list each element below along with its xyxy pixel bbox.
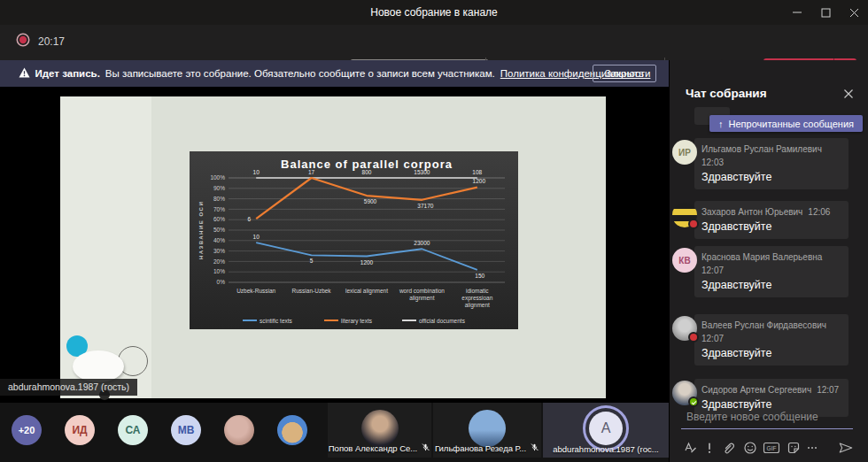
avatar bbox=[361, 410, 399, 447]
svg-text:37170: 37170 bbox=[417, 203, 433, 209]
svg-text:word combination: word combination bbox=[399, 288, 445, 294]
status-badge bbox=[688, 219, 699, 229]
sender-name: Краснова Мария Валерьевна bbox=[701, 250, 822, 264]
chat-message: ИР Ильгамов Руслан Рамилевич12:03 Здравс… bbox=[670, 138, 868, 189]
mic-muted-icon bbox=[530, 443, 539, 454]
svg-text:6: 6 bbox=[248, 216, 252, 222]
tile-participant-name: Гильфанова Резеда Р... bbox=[435, 443, 526, 453]
unread-messages-button[interactable]: ↑ Непрочитанные сообщения bbox=[709, 115, 863, 132]
avatar bbox=[672, 316, 697, 341]
video-tile-abdurahmonova-active-speaker[interactable]: A abdurahmonova.1987 (гос... bbox=[543, 403, 669, 458]
message-time: 12:07 bbox=[701, 332, 724, 345]
svg-text:alignment: alignment bbox=[409, 295, 434, 302]
banner-bold-text: Идет запись. bbox=[35, 68, 100, 79]
bottom-participants-strip: +20 ИД СА МВ Попов Александр Се... Гильф… bbox=[0, 403, 669, 462]
sender-name: Захаров Антон Юрьевич bbox=[701, 205, 802, 219]
svg-text:10: 10 bbox=[253, 169, 260, 175]
recording-indicator-icon bbox=[16, 33, 30, 50]
svg-text:expressioan: expressioan bbox=[461, 295, 492, 302]
message-time: 12:07 bbox=[701, 264, 724, 277]
svg-text:17: 17 bbox=[308, 169, 315, 175]
svg-text:108: 108 bbox=[472, 169, 482, 175]
importance-button[interactable] bbox=[701, 439, 718, 457]
unread-messages-label: Непрочитанные сообщения bbox=[729, 119, 855, 129]
meeting-chat-panel: Чат собрания ↑ Непрочитанные сообщения И… bbox=[669, 60, 868, 462]
svg-text:150: 150 bbox=[475, 273, 484, 279]
video-tile-popov[interactable]: Попов Александр Се... bbox=[328, 403, 431, 458]
chat-header-title: Чат собрания bbox=[686, 87, 767, 100]
tile-participant-name: Попов Александр Се... bbox=[329, 443, 417, 453]
overflow-participants-avatar[interactable]: +20 bbox=[12, 415, 42, 445]
svg-text:10%: 10% bbox=[213, 268, 225, 274]
message-time: 12:07 bbox=[817, 383, 839, 397]
svg-text:5: 5 bbox=[310, 258, 314, 264]
new-message-input[interactable] bbox=[681, 407, 853, 428]
format-button[interactable] bbox=[681, 439, 699, 457]
meeting-timer: 20:17 bbox=[38, 35, 65, 48]
avatar bbox=[672, 203, 697, 227]
svg-text:15300: 15300 bbox=[414, 169, 430, 175]
participant-avatar-ca[interactable]: СА bbox=[118, 415, 148, 445]
svg-text:scintific texts: scintific texts bbox=[260, 318, 293, 324]
participant-avatar-photo-1[interactable] bbox=[224, 415, 254, 445]
avatar-initial: A bbox=[589, 412, 623, 445]
chat-message: Захаров Антон Юрьевич12:06 Здравствуйте bbox=[670, 201, 868, 239]
presentation-slide: Balance of parallel corpora0%10%20%30%40… bbox=[60, 96, 606, 398]
shared-screen-stage: Balance of parallel corpora0%10%20%30%40… bbox=[0, 87, 669, 403]
teams-meeting-window: Новое собрание в канале 20:17 Запросить … bbox=[0, 0, 868, 462]
sender-name: Валеев Руслан Фирдавесович bbox=[701, 319, 826, 332]
participant-avatar-id[interactable]: ИД bbox=[65, 415, 95, 445]
message-time: 12:06 bbox=[808, 205, 830, 219]
message-text: Здравствуйте bbox=[701, 171, 841, 183]
send-button[interactable] bbox=[837, 439, 855, 457]
compose-toolbar: GIF bbox=[681, 439, 855, 457]
maximize-button[interactable] bbox=[811, 0, 840, 25]
call-control-bar: 20:17 Запросить управление bbox=[0, 25, 868, 60]
svg-text:alignment: alignment bbox=[465, 302, 490, 309]
attach-button[interactable] bbox=[719, 439, 737, 457]
svg-text:НАЗВАНИЕ ОСИ: НАЗВАНИЕ ОСИ bbox=[198, 201, 204, 259]
mic-muted-icon bbox=[421, 443, 430, 454]
message-text: Здравствуйте bbox=[701, 347, 841, 359]
svg-text:60%: 60% bbox=[213, 216, 225, 222]
svg-text:10: 10 bbox=[253, 234, 260, 240]
svg-text:idiomatic: idiomatic bbox=[466, 288, 489, 294]
minimize-button[interactable] bbox=[783, 0, 811, 25]
svg-text:Uzbek-Russian: Uzbek-Russian bbox=[236, 288, 275, 294]
svg-text:1200: 1200 bbox=[360, 259, 374, 266]
svg-text:70%: 70% bbox=[213, 206, 225, 212]
participant-avatar-photo-2[interactable] bbox=[277, 415, 307, 445]
presenter-name-label: abdurahmonova.1987 (гость) bbox=[0, 379, 137, 396]
svg-text:23000: 23000 bbox=[414, 240, 430, 246]
svg-text:official documents: official documents bbox=[419, 318, 466, 324]
close-button[interactable] bbox=[840, 0, 868, 25]
slide-decoration-white-ellipse bbox=[73, 350, 124, 382]
gif-button[interactable]: GIF bbox=[763, 439, 780, 457]
message-text: Здравствуйте bbox=[701, 220, 841, 233]
participant-avatar-mv[interactable]: МВ bbox=[171, 415, 201, 445]
svg-text:50%: 50% bbox=[213, 227, 225, 233]
svg-text:literary texts: literary texts bbox=[341, 318, 373, 325]
svg-text:0%: 0% bbox=[217, 279, 226, 285]
video-tile-gilfanova[interactable]: Гильфанова Резеда Р... bbox=[433, 403, 541, 458]
new-message-field-wrap bbox=[681, 407, 853, 429]
balance-chart: Balance of parallel corpora0%10%20%30%40… bbox=[190, 151, 518, 329]
compose-more-button[interactable] bbox=[803, 439, 821, 457]
banner-close-button[interactable]: Закрыть bbox=[593, 65, 656, 82]
title-bar: Новое собрание в канале bbox=[0, 0, 868, 25]
warning-icon bbox=[19, 67, 30, 80]
arrow-up-icon: ↑ bbox=[718, 119, 724, 129]
svg-text:100%: 100% bbox=[210, 174, 225, 181]
svg-text:30%: 30% bbox=[213, 248, 225, 254]
message-bubble: Ильгамов Руслан Рамилевич12:03 Здравству… bbox=[694, 138, 849, 189]
chat-close-icon[interactable] bbox=[843, 87, 854, 103]
svg-text:40%: 40% bbox=[213, 237, 225, 243]
gif-label: GIF bbox=[767, 445, 777, 451]
svg-text:90%: 90% bbox=[213, 185, 225, 191]
status-badge bbox=[688, 332, 699, 343]
sticker-button[interactable] bbox=[785, 439, 802, 457]
svg-text:lexical alignment: lexical alignment bbox=[345, 288, 388, 295]
svg-text:80%: 80% bbox=[213, 196, 225, 202]
emoji-button[interactable] bbox=[741, 439, 759, 457]
sender-name: Сидоров Артем Сергеевич bbox=[701, 383, 811, 397]
